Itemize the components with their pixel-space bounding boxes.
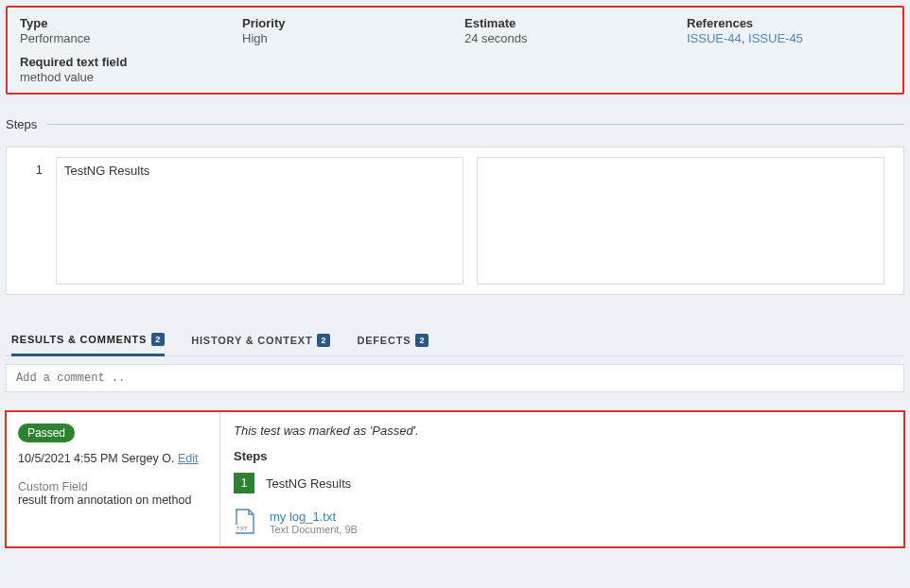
references-value: ISSUE-44, ISSUE-45	[687, 31, 890, 45]
reference-link-2[interactable]: ISSUE-45	[748, 31, 803, 45]
attachment-link[interactable]: my log_1.txt	[270, 510, 358, 524]
steps-section: Steps 1 TestNG Results	[6, 117, 904, 295]
attachment-row: TXT my log_1.txt Text Document, 9B	[234, 509, 890, 535]
result-step-row: 1 TestNG Results	[234, 473, 890, 493]
tab-history-context[interactable]: HISTORY & CONTEXT 2	[191, 328, 330, 355]
step-expected-box[interactable]	[477, 157, 884, 285]
result-sidebar: Passed 10/5/2021 4:55 PM Sergey O. Edit …	[7, 412, 220, 546]
estimate-value: 24 seconds	[464, 31, 668, 45]
result-message: This test was marked as 'Passed'.	[234, 424, 890, 438]
estimate-label: Estimate	[464, 16, 668, 30]
tabs-row: RESULTS & COMMENTS 2 HISTORY & CONTEXT 2…	[6, 327, 904, 356]
comment-input[interactable]	[6, 364, 904, 392]
result-body: This test was marked as 'Passed'. Steps …	[220, 412, 903, 546]
custom-field-label: Custom Field	[18, 480, 208, 493]
file-txt-icon: TXT	[234, 509, 256, 535]
result-meta: 10/5/2021 4:55 PM Sergey O. Edit	[18, 452, 208, 465]
tab-results-comments[interactable]: RESULTS & COMMENTS 2	[11, 327, 165, 356]
tab-badge: 2	[415, 334, 429, 347]
steps-body: 1 TestNG Results	[6, 147, 904, 295]
result-panel: Passed 10/5/2021 4:55 PM Sergey O. Edit …	[6, 411, 904, 547]
step-number: 1	[26, 157, 43, 177]
tab-defects[interactable]: DEFECTS 2	[357, 328, 429, 355]
required-field-value: method value	[20, 70, 890, 84]
svg-text:TXT: TXT	[236, 526, 248, 531]
attachment-meta: Text Document, 9B	[270, 524, 358, 535]
reference-link-1[interactable]: ISSUE-44	[687, 31, 742, 45]
type-value: Performance	[20, 31, 223, 45]
required-field-label: Required text field	[20, 55, 890, 69]
step-action-box[interactable]: TestNG Results	[56, 157, 464, 285]
result-step-text: TestNG Results	[266, 476, 351, 491]
status-badge: Passed	[18, 424, 75, 442]
step-row: 1 TestNG Results	[26, 157, 884, 285]
edit-link[interactable]: Edit	[178, 452, 199, 465]
priority-value: High	[242, 31, 446, 45]
result-steps-title: Steps	[234, 449, 890, 463]
details-panel: Type Performance Priority High Estimate …	[6, 6, 904, 95]
custom-field-value: result from annotation on method	[18, 493, 208, 507]
references-label: References	[687, 16, 890, 30]
tab-badge: 2	[151, 333, 165, 346]
priority-label: Priority	[242, 16, 446, 30]
divider	[46, 124, 904, 125]
result-step-badge: 1	[234, 473, 254, 493]
type-label: Type	[20, 16, 223, 30]
tab-badge: 2	[317, 334, 330, 347]
steps-title: Steps	[6, 117, 37, 131]
